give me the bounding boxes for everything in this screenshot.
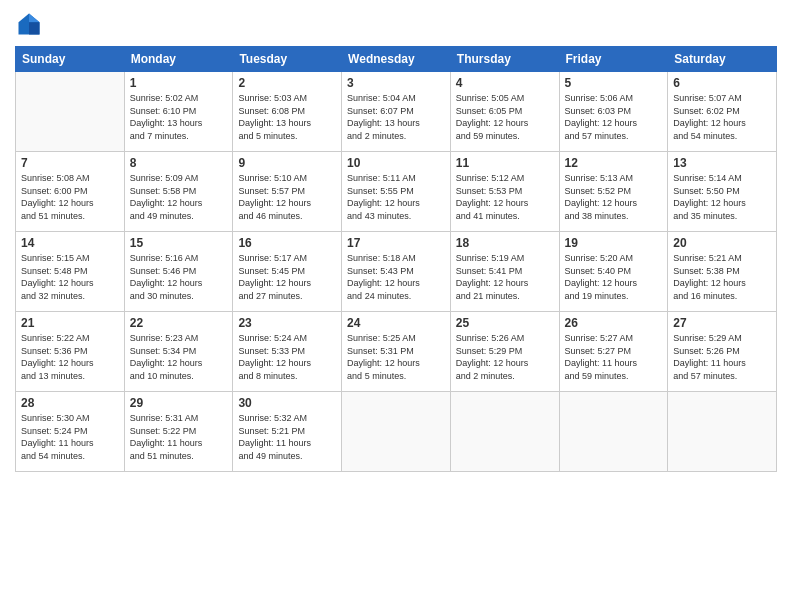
day-info: Sunrise: 5:26 AM Sunset: 5:29 PM Dayligh… <box>456 332 554 382</box>
calendar-cell: 13Sunrise: 5:14 AM Sunset: 5:50 PM Dayli… <box>668 152 777 232</box>
day-number: 7 <box>21 156 119 170</box>
calendar-cell <box>559 392 668 472</box>
day-number: 11 <box>456 156 554 170</box>
day-number: 1 <box>130 76 228 90</box>
weekday-header-monday: Monday <box>124 47 233 72</box>
calendar-cell: 3Sunrise: 5:04 AM Sunset: 6:07 PM Daylig… <box>342 72 451 152</box>
calendar-cell: 23Sunrise: 5:24 AM Sunset: 5:33 PM Dayli… <box>233 312 342 392</box>
day-info: Sunrise: 5:10 AM Sunset: 5:57 PM Dayligh… <box>238 172 336 222</box>
calendar-cell: 15Sunrise: 5:16 AM Sunset: 5:46 PM Dayli… <box>124 232 233 312</box>
day-number: 5 <box>565 76 663 90</box>
day-number: 25 <box>456 316 554 330</box>
calendar-week-5: 28Sunrise: 5:30 AM Sunset: 5:24 PM Dayli… <box>16 392 777 472</box>
day-info: Sunrise: 5:29 AM Sunset: 5:26 PM Dayligh… <box>673 332 771 382</box>
day-number: 10 <box>347 156 445 170</box>
day-info: Sunrise: 5:06 AM Sunset: 6:03 PM Dayligh… <box>565 92 663 142</box>
day-info: Sunrise: 5:17 AM Sunset: 5:45 PM Dayligh… <box>238 252 336 302</box>
calendar-cell: 6Sunrise: 5:07 AM Sunset: 6:02 PM Daylig… <box>668 72 777 152</box>
day-info: Sunrise: 5:13 AM Sunset: 5:52 PM Dayligh… <box>565 172 663 222</box>
day-number: 13 <box>673 156 771 170</box>
day-info: Sunrise: 5:03 AM Sunset: 6:08 PM Dayligh… <box>238 92 336 142</box>
calendar-cell: 1Sunrise: 5:02 AM Sunset: 6:10 PM Daylig… <box>124 72 233 152</box>
calendar-cell: 25Sunrise: 5:26 AM Sunset: 5:29 PM Dayli… <box>450 312 559 392</box>
day-info: Sunrise: 5:14 AM Sunset: 5:50 PM Dayligh… <box>673 172 771 222</box>
calendar-cell <box>668 392 777 472</box>
calendar-cell: 10Sunrise: 5:11 AM Sunset: 5:55 PM Dayli… <box>342 152 451 232</box>
calendar-cell: 29Sunrise: 5:31 AM Sunset: 5:22 PM Dayli… <box>124 392 233 472</box>
day-number: 8 <box>130 156 228 170</box>
day-number: 30 <box>238 396 336 410</box>
calendar-cell: 27Sunrise: 5:29 AM Sunset: 5:26 PM Dayli… <box>668 312 777 392</box>
calendar-cell: 9Sunrise: 5:10 AM Sunset: 5:57 PM Daylig… <box>233 152 342 232</box>
calendar-cell: 14Sunrise: 5:15 AM Sunset: 5:48 PM Dayli… <box>16 232 125 312</box>
day-number: 2 <box>238 76 336 90</box>
day-info: Sunrise: 5:11 AM Sunset: 5:55 PM Dayligh… <box>347 172 445 222</box>
day-number: 20 <box>673 236 771 250</box>
day-number: 23 <box>238 316 336 330</box>
svg-marker-2 <box>29 22 40 34</box>
day-info: Sunrise: 5:02 AM Sunset: 6:10 PM Dayligh… <box>130 92 228 142</box>
calendar-cell: 24Sunrise: 5:25 AM Sunset: 5:31 PM Dayli… <box>342 312 451 392</box>
calendar-cell: 20Sunrise: 5:21 AM Sunset: 5:38 PM Dayli… <box>668 232 777 312</box>
day-info: Sunrise: 5:08 AM Sunset: 6:00 PM Dayligh… <box>21 172 119 222</box>
calendar-cell: 21Sunrise: 5:22 AM Sunset: 5:36 PM Dayli… <box>16 312 125 392</box>
calendar-cell: 2Sunrise: 5:03 AM Sunset: 6:08 PM Daylig… <box>233 72 342 152</box>
calendar-cell <box>16 72 125 152</box>
weekday-header-wednesday: Wednesday <box>342 47 451 72</box>
day-info: Sunrise: 5:25 AM Sunset: 5:31 PM Dayligh… <box>347 332 445 382</box>
day-info: Sunrise: 5:32 AM Sunset: 5:21 PM Dayligh… <box>238 412 336 462</box>
calendar-cell: 28Sunrise: 5:30 AM Sunset: 5:24 PM Dayli… <box>16 392 125 472</box>
calendar-cell: 16Sunrise: 5:17 AM Sunset: 5:45 PM Dayli… <box>233 232 342 312</box>
weekday-header-saturday: Saturday <box>668 47 777 72</box>
day-number: 16 <box>238 236 336 250</box>
day-number: 22 <box>130 316 228 330</box>
day-info: Sunrise: 5:30 AM Sunset: 5:24 PM Dayligh… <box>21 412 119 462</box>
day-number: 9 <box>238 156 336 170</box>
day-info: Sunrise: 5:12 AM Sunset: 5:53 PM Dayligh… <box>456 172 554 222</box>
day-number: 6 <box>673 76 771 90</box>
calendar-cell: 22Sunrise: 5:23 AM Sunset: 5:34 PM Dayli… <box>124 312 233 392</box>
day-info: Sunrise: 5:21 AM Sunset: 5:38 PM Dayligh… <box>673 252 771 302</box>
day-number: 3 <box>347 76 445 90</box>
day-number: 29 <box>130 396 228 410</box>
day-number: 12 <box>565 156 663 170</box>
day-number: 26 <box>565 316 663 330</box>
day-info: Sunrise: 5:23 AM Sunset: 5:34 PM Dayligh… <box>130 332 228 382</box>
page: SundayMondayTuesdayWednesdayThursdayFrid… <box>0 0 792 612</box>
day-info: Sunrise: 5:27 AM Sunset: 5:27 PM Dayligh… <box>565 332 663 382</box>
day-info: Sunrise: 5:09 AM Sunset: 5:58 PM Dayligh… <box>130 172 228 222</box>
day-number: 24 <box>347 316 445 330</box>
day-info: Sunrise: 5:18 AM Sunset: 5:43 PM Dayligh… <box>347 252 445 302</box>
day-info: Sunrise: 5:24 AM Sunset: 5:33 PM Dayligh… <box>238 332 336 382</box>
calendar-cell <box>450 392 559 472</box>
calendar-week-1: 1Sunrise: 5:02 AM Sunset: 6:10 PM Daylig… <box>16 72 777 152</box>
day-number: 18 <box>456 236 554 250</box>
calendar-week-4: 21Sunrise: 5:22 AM Sunset: 5:36 PM Dayli… <box>16 312 777 392</box>
day-number: 4 <box>456 76 554 90</box>
calendar-cell: 12Sunrise: 5:13 AM Sunset: 5:52 PM Dayli… <box>559 152 668 232</box>
day-info: Sunrise: 5:04 AM Sunset: 6:07 PM Dayligh… <box>347 92 445 142</box>
weekday-header-tuesday: Tuesday <box>233 47 342 72</box>
calendar-cell: 17Sunrise: 5:18 AM Sunset: 5:43 PM Dayli… <box>342 232 451 312</box>
day-number: 27 <box>673 316 771 330</box>
header <box>15 10 777 38</box>
day-info: Sunrise: 5:15 AM Sunset: 5:48 PM Dayligh… <box>21 252 119 302</box>
day-number: 28 <box>21 396 119 410</box>
day-number: 17 <box>347 236 445 250</box>
day-number: 15 <box>130 236 228 250</box>
day-info: Sunrise: 5:07 AM Sunset: 6:02 PM Dayligh… <box>673 92 771 142</box>
calendar-cell: 11Sunrise: 5:12 AM Sunset: 5:53 PM Dayli… <box>450 152 559 232</box>
calendar-week-3: 14Sunrise: 5:15 AM Sunset: 5:48 PM Dayli… <box>16 232 777 312</box>
svg-marker-1 <box>29 14 40 23</box>
calendar-week-2: 7Sunrise: 5:08 AM Sunset: 6:00 PM Daylig… <box>16 152 777 232</box>
day-info: Sunrise: 5:05 AM Sunset: 6:05 PM Dayligh… <box>456 92 554 142</box>
weekday-header-row: SundayMondayTuesdayWednesdayThursdayFrid… <box>16 47 777 72</box>
day-number: 14 <box>21 236 119 250</box>
weekday-header-sunday: Sunday <box>16 47 125 72</box>
day-number: 19 <box>565 236 663 250</box>
calendar-table: SundayMondayTuesdayWednesdayThursdayFrid… <box>15 46 777 472</box>
weekday-header-friday: Friday <box>559 47 668 72</box>
day-info: Sunrise: 5:19 AM Sunset: 5:41 PM Dayligh… <box>456 252 554 302</box>
day-info: Sunrise: 5:20 AM Sunset: 5:40 PM Dayligh… <box>565 252 663 302</box>
calendar-cell: 30Sunrise: 5:32 AM Sunset: 5:21 PM Dayli… <box>233 392 342 472</box>
